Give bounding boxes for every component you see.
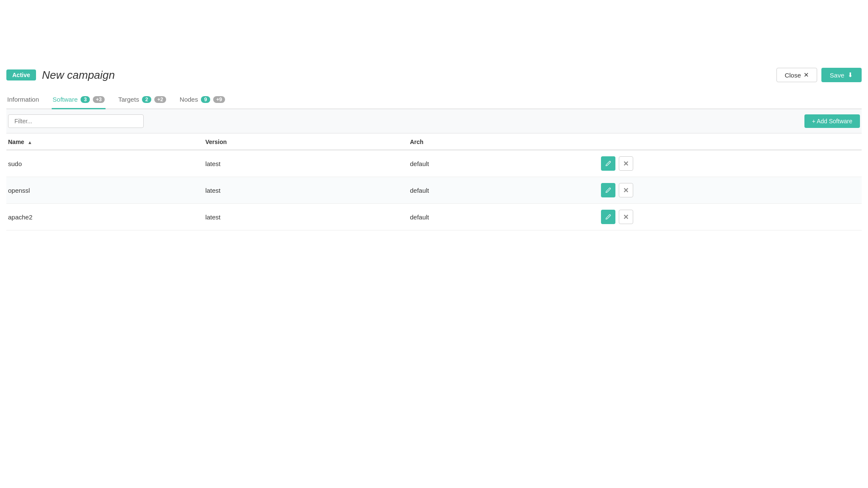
edit-button[interactable] <box>601 156 615 171</box>
page-header: Active New campaign Close ✕ Save ⬇ <box>6 68 862 82</box>
cell-actions: ✕ <box>594 150 862 177</box>
cell-actions: ✕ <box>594 204 862 230</box>
tab-nodes-label: Nodes <box>180 96 198 103</box>
tab-information[interactable]: Information <box>6 92 40 109</box>
close-button-label: Close <box>785 72 801 79</box>
cell-name: openssl <box>6 177 198 204</box>
action-cell: ✕ <box>601 156 855 171</box>
tabs-bar: Information Software 3 +3 Targets 2 +2 N… <box>6 92 862 109</box>
tab-software-label: Software <box>53 96 78 103</box>
tab-targets[interactable]: Targets 2 +2 <box>117 92 167 109</box>
header-left: Active New campaign <box>6 69 115 82</box>
col-header-version: Version <box>198 133 403 150</box>
save-icon: ⬇ <box>848 71 853 79</box>
cell-arch: default <box>403 204 594 230</box>
software-table: Name ▲ Version Arch sudolatestdefault✕op… <box>6 133 862 230</box>
table-row: sudolatestdefault✕ <box>6 150 862 177</box>
tab-information-label: Information <box>7 96 39 103</box>
header-right: Close ✕ Save ⬇ <box>776 68 862 82</box>
tab-nodes[interactable]: Nodes 9 +9 <box>179 92 226 109</box>
tab-targets-label: Targets <box>118 96 139 103</box>
delete-button[interactable]: ✕ <box>619 210 633 224</box>
close-icon: ✕ <box>804 71 809 79</box>
tab-software-plus-badge: +3 <box>93 96 105 103</box>
toolbar: + Add Software <box>6 109 862 133</box>
col-header-arch: Arch <box>403 133 594 150</box>
save-button[interactable]: Save ⬇ <box>821 68 862 82</box>
col-header-actions <box>594 133 862 150</box>
cell-version: latest <box>198 150 403 177</box>
col-header-name: Name ▲ <box>6 133 198 150</box>
cell-version: latest <box>198 177 403 204</box>
cell-name: sudo <box>6 150 198 177</box>
cell-name: apache2 <box>6 204 198 230</box>
campaign-title: New campaign <box>42 69 115 82</box>
edit-button[interactable] <box>601 210 615 224</box>
action-cell: ✕ <box>601 210 855 224</box>
cell-arch: default <box>403 150 594 177</box>
tab-software-count-badge: 3 <box>81 96 90 103</box>
save-button-label: Save <box>830 72 844 79</box>
delete-button[interactable]: ✕ <box>619 183 633 197</box>
sort-asc-icon: ▲ <box>28 140 32 145</box>
cell-actions: ✕ <box>594 177 862 204</box>
tab-nodes-count-badge: 9 <box>201 96 210 103</box>
action-cell: ✕ <box>601 183 855 197</box>
filter-input[interactable] <box>8 114 144 128</box>
table-row: openssllatestdefault✕ <box>6 177 862 204</box>
add-software-button[interactable]: + Add Software <box>804 114 860 128</box>
close-button[interactable]: Close ✕ <box>776 68 817 82</box>
edit-button[interactable] <box>601 183 615 197</box>
delete-button[interactable]: ✕ <box>619 156 633 171</box>
tab-nodes-plus-badge: +9 <box>213 96 225 103</box>
tab-targets-count-badge: 2 <box>142 96 151 103</box>
table-row: apache2latestdefault✕ <box>6 204 862 230</box>
tab-software[interactable]: Software 3 +3 <box>52 92 106 109</box>
tab-targets-plus-badge: +2 <box>154 96 166 103</box>
status-badge: Active <box>6 69 36 80</box>
table-header-row: Name ▲ Version Arch <box>6 133 862 150</box>
cell-arch: default <box>403 177 594 204</box>
cell-version: latest <box>198 204 403 230</box>
